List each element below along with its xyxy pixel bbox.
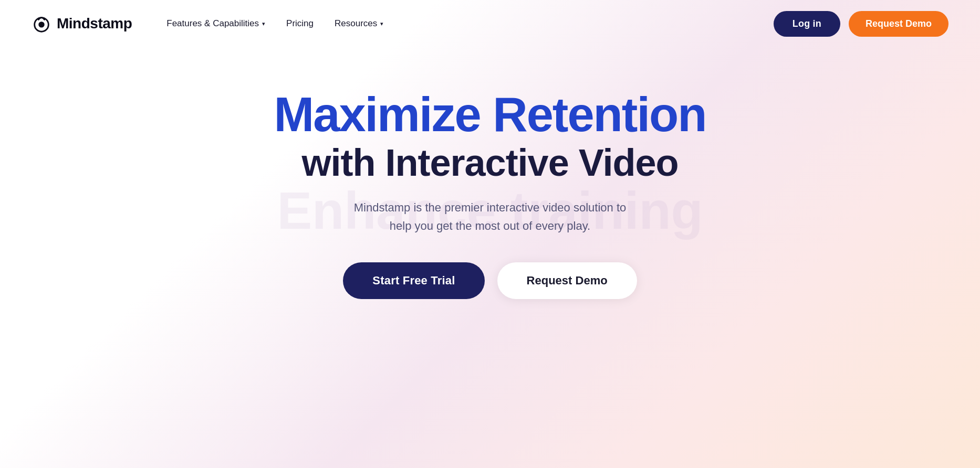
page-wrapper: Enhance training Mindstamp Features & Ca… xyxy=(0,0,980,468)
hero-desc-line2: help you get the most out of every play. xyxy=(390,219,590,232)
navbar: Mindstamp Features & Capabilities ▾ Pric… xyxy=(0,0,980,47)
hero-title-sub: with Interactive Video xyxy=(302,142,679,184)
svg-point-1 xyxy=(38,22,44,27)
nav-resources[interactable]: Resources ▾ xyxy=(326,14,392,33)
nav-right: Log in Request Demo xyxy=(774,11,948,37)
logo-text: Mindstamp xyxy=(57,15,132,32)
login-button[interactable]: Log in xyxy=(774,11,840,37)
logo-icon xyxy=(32,14,51,34)
nav-resources-label: Resources xyxy=(335,18,377,29)
nav-features[interactable]: Features & Capabilities ▾ xyxy=(158,14,274,33)
logo[interactable]: Mindstamp xyxy=(32,14,132,34)
nav-links: Features & Capabilities ▾ Pricing Resour… xyxy=(158,14,392,33)
features-chevron-icon: ▾ xyxy=(262,20,265,27)
resources-chevron-icon: ▾ xyxy=(380,20,383,27)
request-demo-hero-button[interactable]: Request Demo xyxy=(497,262,637,299)
hero-desc-line1: Mindstamp is the premier interactive vid… xyxy=(354,201,626,214)
nav-left: Mindstamp Features & Capabilities ▾ Pric… xyxy=(32,14,392,34)
hero-buttons: Start Free Trial Request Demo xyxy=(343,262,637,299)
nav-features-label: Features & Capabilities xyxy=(166,18,259,29)
start-trial-button[interactable]: Start Free Trial xyxy=(343,262,484,299)
nav-pricing-label: Pricing xyxy=(286,18,314,29)
nav-pricing[interactable]: Pricing xyxy=(278,14,322,33)
hero-section: Maximize Retention with Interactive Vide… xyxy=(0,47,980,299)
request-demo-nav-button[interactable]: Request Demo xyxy=(849,11,948,37)
hero-description: Mindstamp is the premier interactive vid… xyxy=(354,198,626,235)
hero-title-main: Maximize Retention xyxy=(274,89,706,140)
